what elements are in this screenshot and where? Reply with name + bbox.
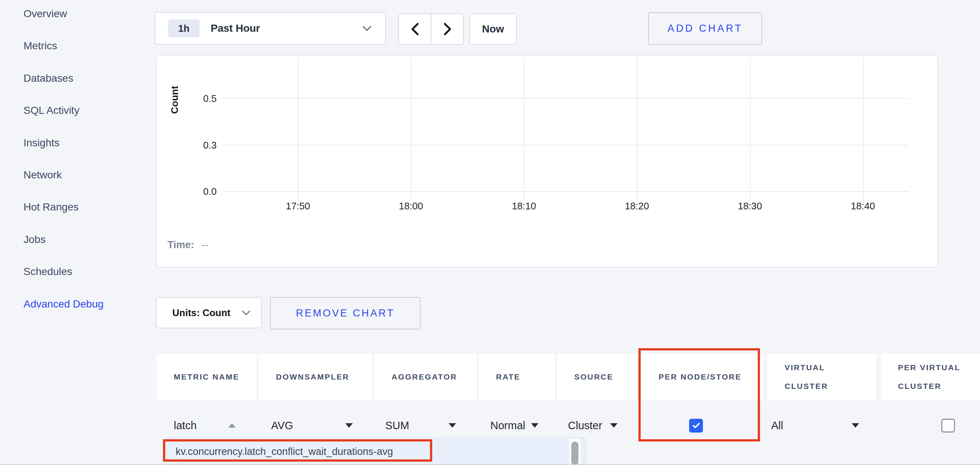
time-readout-label: Time: [167, 239, 194, 251]
virtual-cluster-value: All [771, 419, 783, 432]
add-chart-button[interactable]: ADD CHART [648, 12, 762, 45]
checkmark-icon [691, 420, 701, 430]
column-header-rate: RATE [479, 354, 555, 400]
units-select[interactable]: Units: Count [156, 297, 262, 328]
now-button[interactable]: Now [469, 13, 517, 45]
aggregator-select[interactable]: SUM [374, 410, 477, 441]
sidebar-item-network[interactable]: Network [24, 165, 62, 185]
time-range-select[interactable]: 1h Past Hour [155, 12, 386, 45]
chevron-left-icon [410, 22, 420, 36]
column-header-downsampler: DOWNSAMPLER [259, 354, 372, 400]
next-time-button[interactable] [431, 13, 464, 45]
rate-select[interactable]: Normal [479, 410, 555, 441]
column-header-aggregator: AGGREGATOR [374, 354, 477, 400]
gridline-vertical [298, 58, 299, 200]
sidebar-item-advanced-debug[interactable]: Advanced Debug [24, 294, 103, 314]
downsampler-select[interactable]: AVG [259, 410, 372, 441]
time-window-label: Past Hour [211, 22, 260, 34]
time-pager [398, 13, 464, 45]
metric-suggestion-dropdown: kv.concurrency.latch_conflict_wait_durat… [166, 437, 586, 465]
sidebar-item-schedules[interactable]: Schedules [24, 262, 72, 281]
column-header-source: SOURCE [557, 354, 637, 400]
per-node-store-checkbox[interactable] [689, 419, 703, 433]
caret-down-icon [531, 423, 538, 428]
time-window-badge: 1h [168, 19, 199, 37]
per-virtual-cluster-checkbox[interactable] [941, 419, 955, 433]
time-readout-value: -- [202, 239, 208, 251]
downsampler-value: AVG [271, 419, 293, 432]
y-axis-label: Count [169, 69, 182, 130]
hover-time-readout: Time:-- [167, 239, 208, 251]
sidebar-item-jobs[interactable]: Jobs [24, 230, 46, 249]
column-header-per-virtual-cluster: PER VIRTUAL CLUSTER [881, 354, 980, 400]
sidebar-item-metrics[interactable]: Metrics [24, 36, 57, 56]
x-tick-label: 17:50 [272, 200, 324, 212]
metric-name-value: latch [174, 419, 197, 432]
source-value: Cluster [568, 419, 602, 432]
gridline-vertical [750, 58, 751, 200]
caret-down-icon [345, 423, 353, 428]
source-select[interactable]: Cluster [557, 410, 637, 441]
chevron-down-icon [362, 26, 372, 31]
aggregator-value: SUM [385, 419, 409, 432]
y-tick-label: 0.3 [187, 139, 217, 152]
gridline-vertical [524, 58, 525, 200]
x-tick-label: 18:30 [724, 200, 776, 212]
gridline-horizontal [223, 191, 909, 192]
sidebar-item-hot-ranges[interactable]: Hot Ranges [24, 197, 79, 217]
caret-down-icon [852, 423, 859, 428]
dropdown-open-arrow-icon [228, 423, 235, 428]
sidebar-item-sql-activity[interactable]: SQL Activity [24, 101, 80, 120]
per-virtual-cluster-cell [881, 410, 980, 441]
x-tick-label: 18:00 [385, 200, 437, 212]
scrollbar-thumb[interactable] [571, 441, 578, 465]
units-label: Units: Count [172, 307, 231, 319]
gridline-horizontal [223, 98, 909, 99]
x-tick-label: 18:20 [611, 200, 663, 212]
prev-time-button[interactable] [398, 13, 431, 45]
metric-suggestion-item[interactable]: kv.concurrency.latch_conflict_wait_durat… [176, 438, 393, 465]
gridline-horizontal [223, 145, 909, 145]
y-tick-label: 0.0 [187, 185, 217, 198]
column-header-metric-name: METRIC NAME [157, 354, 256, 400]
rate-value: Normal [490, 419, 525, 432]
chevron-down-icon [242, 310, 251, 316]
gridline-vertical [411, 58, 412, 200]
metric-name-input[interactable]: latch [157, 410, 256, 441]
scrollbar-track[interactable] [570, 438, 581, 465]
per-node-store-cell [641, 410, 763, 441]
x-tick-label: 18:40 [837, 200, 889, 212]
sidebar-item-insights[interactable]: Insights [24, 133, 60, 153]
custom-chart-panel: Count 0.5 0.3 0.0 17:50 18:00 18:10 18:2… [156, 55, 938, 268]
x-tick-label: 18:10 [498, 200, 550, 212]
remove-chart-button[interactable]: REMOVE CHART [270, 297, 421, 329]
gridline-vertical [637, 58, 638, 200]
y-tick-label: 0.5 [187, 92, 217, 105]
gridline-vertical [863, 58, 864, 200]
caret-down-icon [610, 423, 617, 428]
caret-down-icon [449, 423, 456, 428]
virtual-cluster-select[interactable]: All [767, 410, 877, 441]
sidebar-item-databases[interactable]: Databases [24, 69, 73, 88]
column-header-per-node-store: PER NODE/STORE [641, 354, 763, 400]
sidebar-item-overview[interactable]: Overview [24, 4, 67, 24]
column-header-virtual-cluster: VIRTUAL CLUSTER [767, 354, 877, 400]
chevron-right-icon [443, 22, 452, 36]
